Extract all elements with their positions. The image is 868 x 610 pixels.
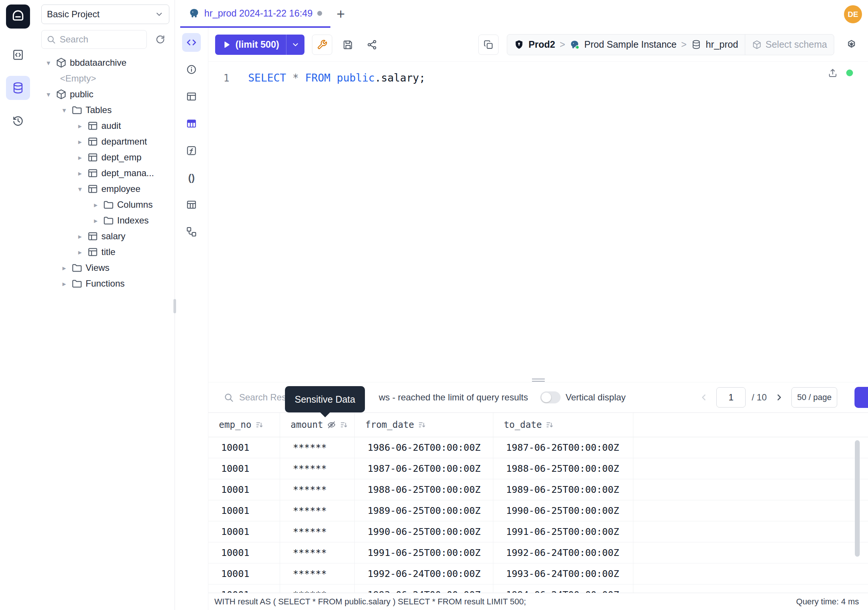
table-cell[interactable]: 1993-06-24T00:00:00Z: [493, 563, 633, 584]
table-cell[interactable]: 10001: [208, 542, 280, 563]
strip-item-procedures[interactable]: (): [182, 168, 201, 187]
table-cell[interactable]: ******: [280, 584, 355, 593]
page-size-select[interactable]: 50 / page: [791, 387, 837, 408]
sort-icon[interactable]: [340, 421, 348, 429]
table-cell[interactable]: 1987-06-26T00:00:00Z: [493, 437, 633, 458]
caret-right-icon[interactable]: ▸: [76, 153, 84, 161]
user-avatar[interactable]: DE: [844, 5, 862, 23]
caret-down-icon[interactable]: ▾: [44, 59, 53, 67]
vertical-display-toggle[interactable]: [540, 391, 561, 404]
table-row[interactable]: 10001******1987-06-26T00:00:00Z1988-06-2…: [208, 458, 868, 479]
table-cell[interactable]: ******: [280, 542, 355, 563]
strip-item-diagram[interactable]: [182, 222, 201, 241]
sort-icon[interactable]: [418, 421, 426, 429]
caret-right-icon[interactable]: ▸: [76, 232, 84, 241]
rail-item-databases[interactable]: [6, 76, 30, 100]
table-cell[interactable]: 10001: [208, 500, 280, 521]
run-query-button[interactable]: (limit 500): [215, 34, 304, 55]
strip-item-functions[interactable]: [182, 141, 201, 160]
column-header-emp_no[interactable]: emp_no: [208, 413, 280, 437]
environment-name[interactable]: Prod2: [529, 39, 555, 50]
column-header-from_date[interactable]: from_date: [355, 413, 493, 437]
tree-item-tables[interactable]: ▾Tables: [41, 102, 169, 118]
table-cell[interactable]: 10001: [208, 479, 280, 500]
database-name[interactable]: hr_prod: [706, 39, 738, 50]
schema-select[interactable]: Select schema: [745, 34, 834, 55]
table-cell[interactable]: ******: [280, 479, 355, 500]
caret-right-icon[interactable]: ▸: [60, 264, 68, 272]
table-cell[interactable]: 1989-06-25T00:00:00Z: [355, 500, 493, 521]
tree-item-title[interactable]: ▸title: [41, 244, 169, 260]
table-cell[interactable]: [633, 500, 868, 521]
tree-item-bbdataarchive[interactable]: ▾bbdataarchive: [41, 55, 169, 71]
sidebar-search[interactable]: [41, 30, 147, 49]
table-row[interactable]: 10001******1992-06-24T00:00:00Z1993-06-2…: [208, 563, 868, 584]
caret-right-icon[interactable]: ▸: [76, 138, 84, 146]
table-cell[interactable]: 1988-06-25T00:00:00Z: [493, 458, 633, 479]
table-cell[interactable]: [633, 563, 868, 584]
admin-mode-button[interactable]: [312, 34, 332, 55]
table-cell[interactable]: 1991-06-25T00:00:00Z: [493, 522, 633, 542]
strip-item-masking[interactable]: [182, 114, 201, 133]
table-cell[interactable]: 1994-06-24T00:00:00Z: [493, 584, 633, 593]
strip-item-info[interactable]: [182, 60, 201, 79]
tree-item-indexes[interactable]: ▸Indexes: [41, 213, 169, 228]
table-row[interactable]: 10001******1990-06-25T00:00:00Z1991-06-2…: [208, 522, 868, 542]
sidebar-search-input[interactable]: [60, 34, 142, 45]
caret-right-icon[interactable]: ▸: [76, 122, 84, 130]
table-cell[interactable]: ******: [280, 563, 355, 584]
caret-down-icon[interactable]: ▾: [60, 106, 68, 114]
table-cell[interactable]: 10001: [208, 458, 280, 479]
rail-item-history[interactable]: [6, 109, 30, 133]
table-row[interactable]: 10001******1988-06-25T00:00:00Z1989-06-2…: [208, 479, 868, 500]
table-cell[interactable]: 1987-06-26T00:00:00Z: [355, 458, 493, 479]
rail-item-worksheets[interactable]: [6, 43, 30, 67]
caret-right-icon[interactable]: ▸: [76, 169, 84, 177]
caret-right-icon[interactable]: ▸: [91, 200, 100, 209]
caret-down-icon[interactable]: ▾: [76, 185, 84, 193]
table-cell[interactable]: [633, 458, 868, 479]
table-cell[interactable]: 1993-06-24T00:00:00Z: [355, 584, 493, 593]
table-row[interactable]: 10001******1991-06-25T00:00:00Z1992-06-2…: [208, 542, 868, 563]
run-options-button[interactable]: [286, 34, 304, 55]
tab-hr-prod[interactable]: hr_prod 2024-11-22 16:49: [180, 0, 330, 28]
tree-item-salary[interactable]: ▸salary: [41, 228, 169, 244]
tree-item-dept-mana[interactable]: ▸dept_mana...: [41, 165, 169, 181]
table-cell[interactable]: 1990-06-25T00:00:00Z: [355, 522, 493, 542]
table-cell[interactable]: 1992-06-24T00:00:00Z: [355, 563, 493, 584]
results-scrollbar[interactable]: [855, 440, 860, 557]
eye-off-icon[interactable]: [327, 420, 336, 429]
tree-item-employee[interactable]: ▾employee: [41, 181, 169, 197]
tree-item-dept-emp[interactable]: ▸dept_emp: [41, 149, 169, 165]
table-cell[interactable]: 1986-06-26T00:00:00Z: [355, 437, 493, 458]
table-row[interactable]: 10001******1986-06-26T00:00:00Z1987-06-2…: [208, 437, 868, 458]
table-cell[interactable]: [633, 542, 868, 563]
bytebase-logo[interactable]: [6, 5, 30, 28]
table-cell[interactable]: 10001: [208, 437, 280, 458]
page-number-input[interactable]: [716, 387, 746, 408]
table-row[interactable]: 10001******1993-06-24T00:00:00Z1994-06-2…: [208, 584, 868, 593]
table-cell[interactable]: [633, 437, 868, 458]
tree-item-department[interactable]: ▸department: [41, 134, 169, 149]
sort-icon[interactable]: [546, 421, 554, 429]
table-cell[interactable]: 1988-06-25T00:00:00Z: [355, 479, 493, 500]
copy-statement-button[interactable]: [478, 34, 499, 55]
sql-editor[interactable]: 1 SELECT * FROM public.salary;: [208, 62, 868, 378]
table-cell[interactable]: 1990-06-25T00:00:00Z: [493, 500, 633, 521]
refresh-button[interactable]: [151, 30, 169, 48]
share-button[interactable]: [364, 36, 380, 53]
table-cell[interactable]: 10001: [208, 584, 280, 593]
table-row[interactable]: 10001******1989-06-25T00:00:00Z1990-06-2…: [208, 500, 868, 522]
strip-item-tables[interactable]: [182, 87, 201, 106]
strip-item-editor[interactable]: [182, 33, 201, 52]
table-cell[interactable]: [633, 522, 868, 542]
table-cell[interactable]: 1991-06-25T00:00:00Z: [355, 542, 493, 563]
save-button[interactable]: [340, 36, 356, 53]
tree-item-public[interactable]: ▾public: [41, 86, 169, 102]
table-cell[interactable]: [633, 584, 868, 593]
sidebar-resize-handle[interactable]: [174, 299, 176, 313]
upload-icon[interactable]: [828, 68, 838, 78]
sort-icon[interactable]: [255, 421, 264, 429]
new-tab-button[interactable]: +: [330, 0, 352, 28]
previous-page-button[interactable]: [698, 391, 710, 404]
